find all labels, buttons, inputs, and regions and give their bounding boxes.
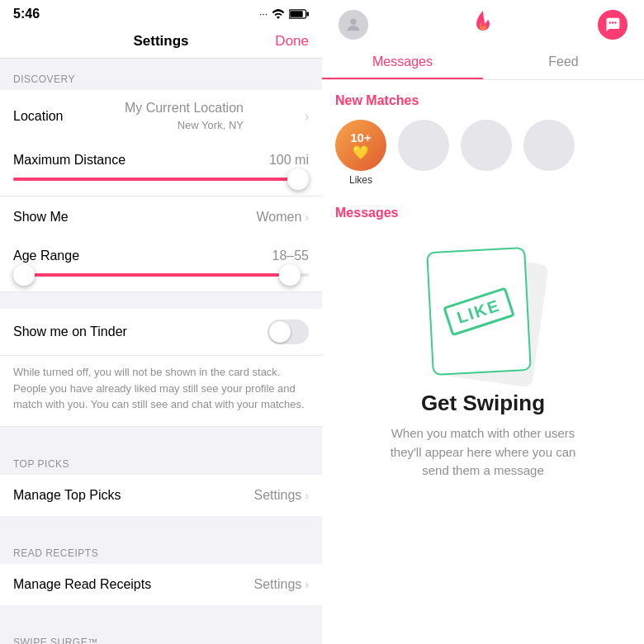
age-slider-fill [13,273,279,277]
top-picks-label: TOP PICKS [0,443,322,475]
discovery-group: Location My Current Location New York, N… [0,90,322,142]
manage-read-receipts-label: Manage Read Receipts [13,577,151,592]
settings-header: Settings Done [0,25,322,59]
tab-feed[interactable]: Feed [483,46,644,79]
show-on-tinder-label: Show me on Tinder [13,324,127,339]
person-icon [344,16,362,34]
show-on-tinder-group: Show me on Tinder While turned off, you … [0,309,322,427]
show-me-row[interactable]: Show Me Women › [0,197,322,238]
new-matches-heading: New Matches [335,93,631,108]
chat-icon [604,17,621,33]
tinder-logo[interactable] [468,10,498,40]
messages-heading: Messages [335,206,631,220]
location-row[interactable]: Location My Current Location New York, N… [0,90,322,142]
section-gap-2 [0,427,322,443]
svg-point-3 [350,19,356,25]
settings-title: Settings [133,33,188,50]
location-main: My Current Location [125,101,244,116]
top-picks-group: Manage Top Picks Settings › [0,475,322,516]
tab-messages-label: Messages [372,54,433,69]
messages-content: New Matches 10+ 💛 Likes [322,80,644,644]
svg-rect-2 [306,12,309,16]
get-swiping-section: LIKE Get Swiping When you match with oth… [335,237,631,481]
age-slider-thumb-left[interactable] [13,264,35,286]
match-avatar-3 [523,120,575,171]
status-bar: 5:46 ··· [0,0,322,25]
discovery-label: DISCOVERY [0,59,322,90]
distance-slider-track[interactable] [13,178,309,181]
read-receipts-label: READ RECEIPTS [0,533,322,564]
svg-point-5 [612,21,614,24]
show-me-chevron: › [305,211,309,224]
battery-icon [289,9,309,19]
match-avatar-1 [398,120,449,171]
likes-badge: 10+ 💛 [350,130,371,160]
svg-point-4 [608,21,611,24]
manage-top-picks-value: Settings › [254,488,309,503]
settings-panel: 5:46 ··· Settings Done DISCOVERY Locatio… [0,0,322,644]
profile-avatar[interactable] [339,10,368,40]
match-item-1 [398,120,449,186]
manage-top-picks-label: Manage Top Picks [13,488,121,503]
age-range-label: Age Range [13,249,79,263]
likes-count: 10+ [350,130,371,144]
status-icons: ··· [259,8,309,20]
chat-bubble-icon[interactable] [598,10,627,40]
location-value: My Current Location New York, NY [125,101,244,131]
manage-read-receipts-row[interactable]: Manage Read Receipts Settings › [0,564,322,605]
tab-messages[interactable]: Messages [322,46,483,79]
match-avatar-2 [461,120,512,171]
max-distance-label: Maximum Distance [13,153,125,168]
swipe-surge-label: SWIPE SURGE™ [0,622,322,645]
location-sub: New York, NY [178,119,244,131]
show-me-group: Show Me Women › [0,197,322,238]
location-chevron: › [305,110,309,123]
done-button[interactable]: Done [275,33,309,50]
like-stamp: LIKE [443,286,514,336]
max-distance-value: 100 mi [269,153,309,168]
max-distance-row: Maximum Distance 100 mi [13,142,309,174]
tab-feed-label: Feed [548,54,578,69]
likes-avatar: 10+ 💛 [335,120,386,171]
wifi-icon [272,9,285,19]
show-me-value: Women › [256,210,309,225]
age-slider-track[interactable] [13,273,309,277]
age-range-value: 18–55 [272,249,310,263]
get-swiping-title: Get Swiping [421,391,545,416]
get-swiping-description: When you match with other users they'll … [376,424,590,481]
disclaimer-text: While turned off, you will not be shown … [0,356,322,427]
age-range-container: Age Range 18–55 [0,238,322,292]
match-item-3 [523,120,575,186]
max-distance-container: Maximum Distance 100 mi [0,142,322,197]
distance-slider-thumb[interactable] [287,168,309,190]
manage-read-receipts-chevron: › [305,578,309,591]
show-me-label: Show Me [13,210,69,225]
settings-content: DISCOVERY Location My Current Location N… [0,59,322,644]
status-time: 5:46 [13,7,40,21]
section-gap-3 [0,516,322,533]
tinder-flame-icon [471,11,495,39]
matches-row: 10+ 💛 Likes [335,120,631,186]
manage-top-picks-row[interactable]: Manage Top Picks Settings › [0,475,322,516]
likes-item[interactable]: 10+ 💛 Likes [335,120,386,186]
age-slider-thumb-right[interactable] [279,264,301,286]
section-gap-1 [0,292,322,309]
distance-slider-fill [13,178,294,181]
read-receipts-group: Manage Read Receipts Settings › [0,564,322,605]
manage-top-picks-chevron: › [305,489,309,502]
card-front: LIKE [426,247,532,376]
toggle-knob [269,321,291,343]
svg-point-6 [614,21,617,24]
messages-panel: Messages Feed New Matches 10+ 💛 Likes [322,0,644,644]
show-on-tinder-row[interactable]: Show me on Tinder [0,309,322,356]
match-item-2 [461,120,512,186]
manage-read-receipts-value: Settings › [254,577,309,592]
manage-top-picks-value-text: Settings [254,488,302,503]
manage-read-receipts-value-text: Settings [254,577,302,592]
likes-label: Likes [349,174,372,186]
show-on-tinder-toggle[interactable] [268,320,309,344]
location-label: Location [13,109,64,124]
tabs-bar: Messages Feed [322,46,644,80]
signal-icon: ··· [259,8,268,20]
svg-rect-1 [290,11,302,17]
